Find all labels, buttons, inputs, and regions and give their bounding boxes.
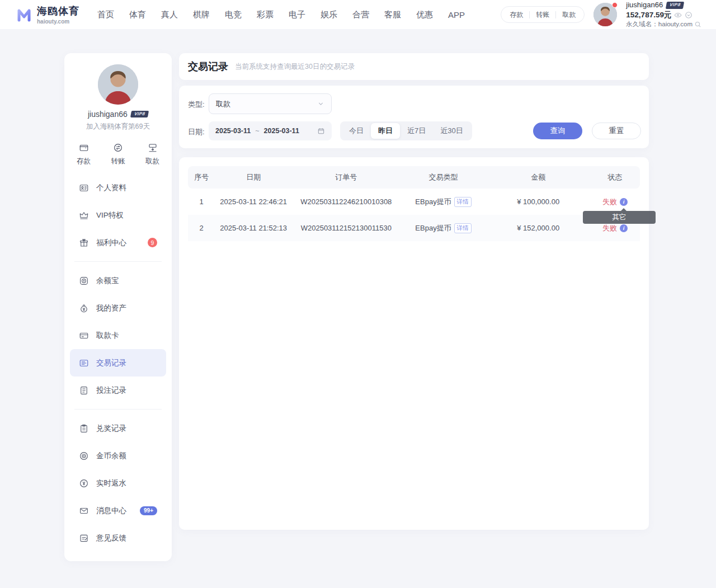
nav-item-9[interactable]: 客服 <box>384 10 401 20</box>
user-avatar[interactable] <box>593 3 617 26</box>
nav-item-1[interactable]: 体育 <box>129 10 146 20</box>
sidebar-item-意见反馈[interactable]: 意见反馈 <box>64 524 172 552</box>
detail-tag-button[interactable]: 详情 <box>454 197 472 207</box>
cell-date: 2025-03-11 22:46:21 <box>215 197 291 206</box>
date-separator: ~ <box>255 127 259 135</box>
table-row: 22025-03-11 21:52:13W2025031121521300115… <box>188 215 640 241</box>
bankcard-icon <box>79 331 89 341</box>
sidebar-item-福利中心[interactable]: 福利中心9 <box>64 229 172 256</box>
shortcut-0[interactable]: 存款 <box>77 143 91 166</box>
brand-logo[interactable]: 海鸥体育 haiouty.com <box>16 4 79 25</box>
column-header-4: 金额 <box>486 172 590 182</box>
info-icon[interactable]: i <box>620 198 628 206</box>
quick-range-group: 今日昨日近7日近30日 <box>340 121 472 140</box>
sidebar: jiushigan66 VIP8 加入海鸥体育第69天 存款转账取款 个人资料V… <box>64 53 172 561</box>
date-to: 2025-03-11 <box>264 127 299 135</box>
sidebar-item-交易记录[interactable]: 交易记录 <box>70 349 166 377</box>
search-icon[interactable] <box>694 21 701 28</box>
transactions-table-card: 序号日期订单号交易类型金额状态 12025-03-11 22:46:21W202… <box>179 157 649 530</box>
cell-type: EBpay提币详情 <box>401 197 487 207</box>
cell-status: 失败i <box>590 197 640 207</box>
cell-order: W202503112246210010308 <box>292 197 401 206</box>
sidebar-item-label: 意见反馈 <box>96 533 126 543</box>
profile-shortcuts: 存款转账取款 <box>64 143 172 166</box>
sidebar-item-label: 金币余额 <box>96 451 126 461</box>
sidebar-item-label: 我的资产 <box>96 303 126 313</box>
range-button-3[interactable]: 近30日 <box>433 123 470 139</box>
sidebar-item-实时返水[interactable]: 实时返水 <box>64 469 172 497</box>
divider <box>74 409 162 410</box>
status-tooltip: 其它 <box>583 211 656 224</box>
nav-item-6[interactable]: 电子 <box>289 10 305 20</box>
nav-item-11[interactable]: APP <box>448 10 465 20</box>
range-button-2[interactable]: 近7日 <box>400 123 433 139</box>
cell-order: W202503112152130011530 <box>292 224 401 232</box>
brand-name: 海鸥体育 <box>37 4 79 18</box>
eye-icon[interactable] <box>674 11 682 19</box>
range-button-0[interactable]: 今日 <box>342 123 371 139</box>
badge: 99+ <box>140 506 157 515</box>
search-button[interactable]: 查询 <box>533 123 582 139</box>
filter-card: 类型: 取款 日期: 2025-03-11 ~ 2025-03-11 今日昨日近… <box>179 86 649 148</box>
sidebar-item-金币余额[interactable]: 金币余额 <box>64 442 172 469</box>
type-select-value: 取款 <box>216 99 230 109</box>
profile-joined-days: 加入海鸥体育第69天 <box>64 122 172 131</box>
shortcut-2[interactable]: 取款 <box>145 143 159 166</box>
sidebar-item-个人资料[interactable]: 个人资料 <box>64 174 172 201</box>
nav-item-4[interactable]: 电竞 <box>225 10 242 20</box>
sidebar-item-投注记录[interactable]: 投注记录 <box>64 377 172 404</box>
date-from: 2025-03-11 <box>215 127 251 135</box>
balance-amount: 152,787.59元 <box>626 11 671 20</box>
permanent-domain: 永久域名：haiouty.com <box>626 20 693 28</box>
shortcut-1[interactable]: 转账 <box>111 143 125 166</box>
cell-no: 2 <box>188 224 215 232</box>
nav-item-3[interactable]: 棋牌 <box>193 10 210 20</box>
type-select[interactable]: 取款 <box>209 93 332 114</box>
sidebar-item-label: 取款卡 <box>96 331 119 341</box>
sidebar-item-余额宝[interactable]: 余额宝 <box>64 267 172 294</box>
column-header-2: 订单号 <box>292 172 401 182</box>
sidebar-item-VIP特权[interactable]: VIP特权 <box>64 201 172 229</box>
topbar: 海鸥体育 haiouty.com 首页体育真人棋牌电竞彩票电子娱乐合营客服优惠A… <box>0 0 716 29</box>
badge: 9 <box>148 238 157 247</box>
sidebar-item-兑奖记录[interactable]: 兑奖记录 <box>64 415 172 442</box>
table-row: 12025-03-11 22:46:21W2025031122462100103… <box>188 189 640 215</box>
quick-action-1[interactable]: 转账 <box>530 10 555 20</box>
coin-icon <box>79 451 89 461</box>
nav-item-7[interactable]: 娱乐 <box>321 10 337 20</box>
nav-item-2[interactable]: 真人 <box>161 10 178 20</box>
sidebar-item-取款卡[interactable]: 取款卡 <box>64 322 172 349</box>
page-title: 交易记录 <box>188 60 228 73</box>
mail-icon <box>79 506 89 516</box>
nav-item-5[interactable]: 彩票 <box>257 10 274 20</box>
nav-item-0[interactable]: 首页 <box>97 10 114 20</box>
page-subtitle: 当前系统支持查询最近30日的交易记录 <box>235 62 355 72</box>
range-button-1[interactable]: 昨日 <box>371 123 400 139</box>
nav-item-8[interactable]: 合营 <box>352 10 369 20</box>
detail-tag-button[interactable]: 详情 <box>454 223 472 233</box>
date-range-picker[interactable]: 2025-03-11 ~ 2025-03-11 <box>209 121 332 140</box>
brand-logo-icon <box>16 6 32 23</box>
feedback-icon <box>79 533 89 543</box>
reset-button[interactable]: 重置 <box>592 123 641 139</box>
sidebar-item-消息中心[interactable]: 消息中心99+ <box>64 497 172 524</box>
type-filter-label: 类型: <box>188 100 205 110</box>
quick-action-0[interactable]: 存款 <box>503 10 529 20</box>
shortcut-label: 取款 <box>145 157 159 166</box>
sidebar-item-我的资产[interactable]: 我的资产 <box>64 294 172 322</box>
nav-item-10[interactable]: 优惠 <box>416 10 433 20</box>
column-header-5: 状态 <box>590 172 640 182</box>
cell-no: 1 <box>188 197 215 206</box>
divider <box>74 261 162 262</box>
type-text: EBpay提币 <box>415 197 451 207</box>
status-text: 失败 <box>602 197 617 207</box>
refresh-balance-icon[interactable] <box>685 11 693 19</box>
sidebar-item-label: 余额宝 <box>96 276 119 286</box>
cell-date: 2025-03-11 21:52:13 <box>215 224 291 232</box>
info-icon[interactable]: i <box>620 224 628 232</box>
quick-action-2[interactable]: 取款 <box>556 10 582 20</box>
sidebar-item-label: 个人资料 <box>96 183 126 193</box>
idcard-icon <box>79 183 89 193</box>
column-header-3: 交易类型 <box>401 172 487 182</box>
notification-dot <box>612 2 618 8</box>
